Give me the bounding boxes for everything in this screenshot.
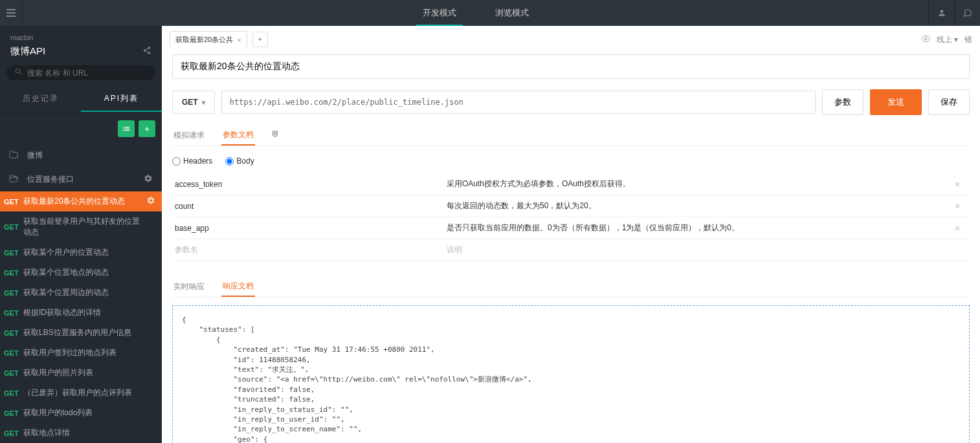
api-item[interactable]: GET获取用户的照片列表	[0, 363, 162, 383]
tab-realtime-response[interactable]: 实时响应	[172, 277, 206, 296]
search-icon	[14, 67, 23, 78]
radio-headers[interactable]: Headers	[172, 157, 212, 166]
magnet-icon[interactable]	[271, 130, 280, 141]
remove-icon[interactable]: ×	[948, 179, 967, 189]
remove-icon[interactable]: ×	[948, 201, 967, 211]
chevron-down-icon: ▾	[202, 99, 205, 106]
api-item[interactable]: GET（已废弃）获取用户的点评列表	[0, 383, 162, 403]
gear-icon[interactable]	[146, 196, 155, 207]
api-item[interactable]: GET获取用户签到过的地点列表	[0, 343, 162, 363]
online-dropdown[interactable]: 线上 ▾	[937, 34, 958, 45]
radio-body[interactable]: Body	[225, 157, 254, 166]
api-label: 获取某个位置地点的动态	[23, 267, 146, 278]
api-item[interactable]: GET获取某个用户的位置动态	[0, 243, 162, 263]
param-row: access_token采用OAuth授权方式为必填参数，OAuth授权后获得。…	[172, 173, 970, 195]
params-button[interactable]: 参数	[822, 89, 863, 115]
username-label: macbin	[10, 34, 151, 41]
tab-history[interactable]: 历史记录	[0, 87, 81, 112]
method-badge: GET	[4, 409, 23, 417]
topbar: 开发模式 浏览模式	[0, 0, 980, 26]
tree-item-location[interactable]: 位置服务接口	[0, 167, 162, 191]
api-label: 获取用户签到过的地点列表	[23, 347, 146, 358]
api-label: 获取某个位置周边的动态	[23, 287, 146, 298]
api-label: 根据ID获取动态的详情	[23, 307, 146, 318]
method-badge: GET	[4, 249, 23, 257]
param-desc-placeholder[interactable]: 说明	[447, 244, 948, 255]
param-name[interactable]: base_app	[175, 224, 447, 233]
api-item[interactable]: GET获取用户的todo列表	[0, 403, 162, 423]
eye-icon[interactable]	[921, 34, 930, 45]
project-title: 微博API	[10, 45, 45, 58]
tree-label: 位置服务接口	[27, 174, 74, 185]
method-badge: GET	[4, 198, 23, 206]
method-badge: GET	[4, 329, 23, 337]
api-label: 获取用户的照片列表	[23, 367, 146, 378]
send-button[interactable]: 发送	[870, 89, 922, 115]
close-icon[interactable]: ×	[237, 36, 241, 44]
title-input[interactable]	[172, 54, 970, 79]
method-badge: GET	[4, 223, 23, 231]
method-badge: GET	[4, 429, 23, 437]
tab-dev-mode[interactable]: 开发模式	[416, 0, 463, 26]
search-box[interactable]	[6, 65, 155, 80]
param-name-placeholder[interactable]: 参数名	[175, 244, 447, 255]
svg-point-0	[924, 38, 927, 40]
api-item[interactable]: GET获取某个位置周边的动态	[0, 283, 162, 303]
folder-open-icon	[9, 174, 21, 185]
api-item[interactable]: GET获取最新20条公共的位置动态	[0, 191, 162, 211]
api-item[interactable]: GET获取地点详情	[0, 423, 162, 443]
tab-api-list[interactable]: API列表	[81, 87, 162, 112]
api-label: 获取用户的todo列表	[23, 407, 146, 418]
param-desc[interactable]: 每次返回的动态数，最大为50，默认为20。	[447, 200, 948, 211]
error-label: 错	[964, 34, 972, 45]
document-tab[interactable]: 获取最新20条公共 ×	[170, 31, 247, 48]
api-item[interactable]: GET获取LBS位置服务内的用户信息	[0, 323, 162, 343]
tab-params-doc[interactable]: 参数文档	[221, 125, 255, 146]
api-label: 获取当前登录用户与其好友的位置动态	[23, 216, 146, 238]
menu-button[interactable]	[0, 0, 23, 26]
api-label: 获取LBS位置服务内的用户信息	[23, 327, 146, 338]
url-input[interactable]	[221, 91, 816, 114]
remove-icon[interactable]: ×	[948, 223, 967, 233]
add-tab-button[interactable]: +	[252, 32, 268, 47]
param-name[interactable]: access_token	[175, 180, 447, 189]
param-name[interactable]: count	[175, 202, 447, 211]
chat-icon[interactable]	[954, 0, 980, 26]
menu-icon	[6, 9, 16, 17]
param-desc[interactable]: 采用OAuth授权方式为必填参数，OAuth授权后获得。	[447, 178, 948, 189]
method-badge: GET	[4, 309, 23, 317]
api-item[interactable]: GET获取当前登录用户与其好友的位置动态	[0, 211, 162, 243]
method-badge: GET	[4, 269, 23, 277]
api-label: 获取最新20条公共的位置动态	[23, 196, 146, 207]
param-desc[interactable]: 是否只获取当前应用的数据。0为否（所有数据），1为是（仅当前应用），默认为0。	[447, 222, 948, 233]
list-button[interactable]	[118, 120, 135, 137]
api-item[interactable]: GET根据ID获取动态的详情	[0, 303, 162, 323]
save-button[interactable]: 保存	[928, 89, 970, 115]
api-label: 获取地点详情	[23, 427, 146, 438]
content-area: 获取最新20条公共 × + 线上 ▾ 错 GET ▾	[162, 26, 980, 443]
api-label: 获取某个用户的位置动态	[23, 247, 146, 258]
response-json[interactable]: { "statuses": [ { "created_at": "Tue May…	[172, 305, 970, 443]
param-row: count每次返回的动态数，最大为50，默认为20。×	[172, 195, 970, 217]
folder-icon	[9, 150, 21, 161]
add-button[interactable]: +	[139, 120, 155, 137]
tree-item-weibo[interactable]: 微博	[0, 144, 162, 167]
param-row-new[interactable]: 参数名说明	[172, 239, 970, 261]
tab-label: 获取最新20条公共	[175, 35, 233, 45]
method-badge: GET	[4, 349, 23, 357]
tab-response-doc[interactable]: 响应文档	[221, 277, 255, 297]
gear-icon[interactable]	[144, 174, 153, 185]
param-row: base_app是否只获取当前应用的数据。0为否（所有数据），1为是（仅当前应用…	[172, 217, 970, 239]
sidebar: macbin 微博API 历史记录 API列表	[0, 26, 162, 443]
search-input[interactable]	[27, 69, 148, 78]
share-icon[interactable]	[142, 46, 151, 57]
api-item[interactable]: GET获取某个位置地点的动态	[0, 263, 162, 283]
method-badge: GET	[4, 369, 23, 377]
tree-label: 微博	[27, 150, 43, 161]
method-badge: GET	[4, 289, 23, 297]
tab-browse-mode[interactable]: 浏览模式	[489, 0, 535, 26]
tab-mock-request[interactable]: 模拟请求	[172, 126, 206, 145]
user-icon[interactable]	[928, 0, 954, 26]
method-select[interactable]: GET ▾	[172, 91, 215, 114]
method-badge: GET	[4, 389, 23, 397]
